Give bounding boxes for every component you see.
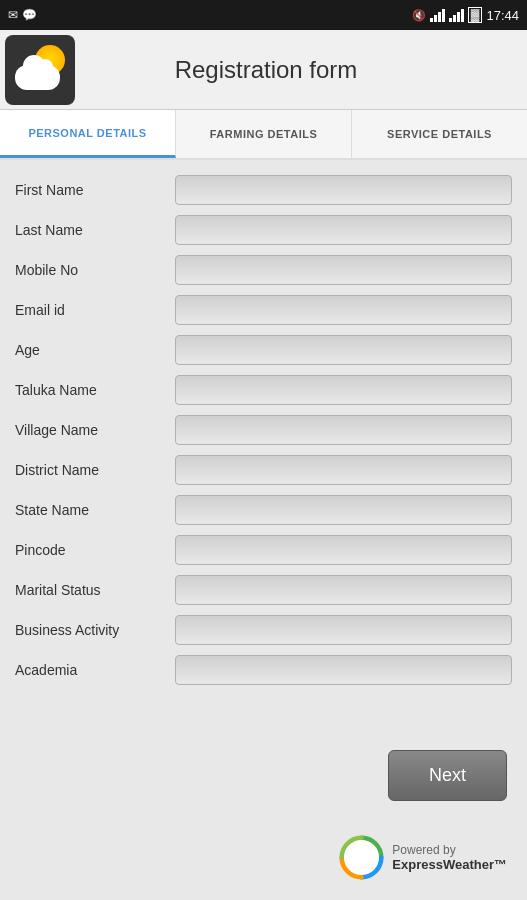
app-header: Registration form [0, 30, 527, 110]
input-state-name[interactable] [175, 495, 512, 525]
app-logo [5, 35, 75, 105]
brand-name: ExpressWeather™ [392, 857, 507, 872]
signal-bars-icon [430, 8, 445, 22]
app-logo-icon [10, 40, 70, 100]
field-row-last-name: Last Name [15, 215, 512, 245]
label-email-id: Email id [15, 302, 175, 318]
label-business-activity: Business Activity [15, 622, 175, 638]
field-row-taluka-name: Taluka Name [15, 375, 512, 405]
battery-icon: ▓ [468, 7, 483, 23]
powered-by-label: Powered by [392, 843, 507, 857]
input-taluka-name[interactable] [175, 375, 512, 405]
express-weather-logo-icon [339, 835, 384, 880]
input-last-name[interactable] [175, 215, 512, 245]
field-row-business-activity: Business Activity [15, 615, 512, 645]
bottom-section: Next Powered by ExpressWeather™ [0, 730, 527, 900]
label-taluka-name: Taluka Name [15, 382, 175, 398]
network-bars-icon [449, 8, 464, 22]
tab-farming-details[interactable]: Farming Details [176, 110, 352, 158]
tab-service-details[interactable]: Service Details [352, 110, 527, 158]
field-row-marital-status: Marital Status [15, 575, 512, 605]
input-academia[interactable] [175, 655, 512, 685]
field-row-mobile-no: Mobile No [15, 255, 512, 285]
label-last-name: Last Name [15, 222, 175, 238]
label-first-name: First Name [15, 182, 175, 198]
input-pincode[interactable] [175, 535, 512, 565]
input-village-name[interactable] [175, 415, 512, 445]
input-email-id[interactable] [175, 295, 512, 325]
tab-personal-details[interactable]: Personal Details [0, 110, 176, 158]
page-title: Registration form [75, 56, 457, 84]
powered-by-footer: Powered by ExpressWeather™ [339, 835, 507, 880]
tab-bar: Personal Details Farming Details Service… [0, 110, 527, 160]
input-district-name[interactable] [175, 455, 512, 485]
input-first-name[interactable] [175, 175, 512, 205]
label-state-name: State Name [15, 502, 175, 518]
clock: 17:44 [486, 8, 519, 23]
form-content: First Name Last Name Mobile No Email id … [0, 160, 527, 710]
status-bar-left: ✉ 💬 [8, 8, 37, 22]
field-row-village-name: Village Name [15, 415, 512, 445]
label-district-name: District Name [15, 462, 175, 478]
input-mobile-no[interactable] [175, 255, 512, 285]
mute-icon: 🔇 [412, 9, 426, 22]
field-row-age: Age [15, 335, 512, 365]
input-age[interactable] [175, 335, 512, 365]
label-age: Age [15, 342, 175, 358]
field-row-state-name: State Name [15, 495, 512, 525]
powered-by-text-block: Powered by ExpressWeather™ [392, 843, 507, 872]
label-marital-status: Marital Status [15, 582, 175, 598]
label-mobile-no: Mobile No [15, 262, 175, 278]
status-bar: ✉ 💬 🔇 ▓ 17:44 [0, 0, 527, 30]
label-academia: Academia [15, 662, 175, 678]
input-marital-status[interactable] [175, 575, 512, 605]
field-row-pincode: Pincode [15, 535, 512, 565]
label-pincode: Pincode [15, 542, 175, 558]
input-business-activity[interactable] [175, 615, 512, 645]
field-row-first-name: First Name [15, 175, 512, 205]
field-row-email-id: Email id [15, 295, 512, 325]
field-row-academia: Academia [15, 655, 512, 685]
field-row-district-name: District Name [15, 455, 512, 485]
status-bar-right: 🔇 ▓ 17:44 [412, 7, 519, 23]
next-button[interactable]: Next [388, 750, 507, 801]
label-village-name: Village Name [15, 422, 175, 438]
message-icon: 💬 [22, 8, 37, 22]
email-icon: ✉ [8, 8, 18, 22]
